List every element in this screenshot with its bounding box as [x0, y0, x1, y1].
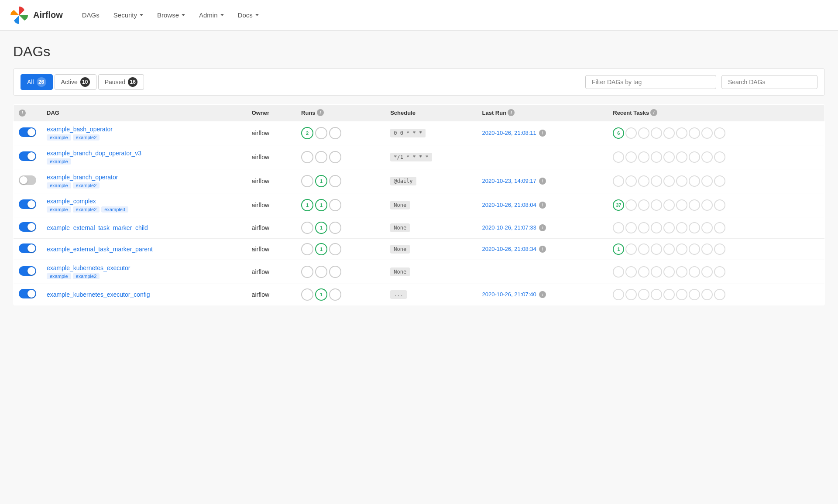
dag-link-example_branch_dop_operator_v3[interactable]: example_branch_dop_operator_v3 [47, 150, 241, 157]
task-circle-example_external_task_marker_child-8[interactable] [714, 222, 725, 233]
dag-tag-example[interactable]: example [47, 182, 71, 189]
task-circle-example_external_task_marker_parent-7[interactable] [701, 243, 713, 255]
run-circle-example_complex-1[interactable]: 1 [315, 199, 327, 211]
dag-tag-example2[interactable]: example2 [73, 182, 100, 189]
dag-toggle-example_external_task_marker_parent[interactable] [19, 243, 36, 253]
task-circle-example_complex-5[interactable] [676, 199, 687, 211]
task-circle-example_external_task_marker_child-2[interactable] [638, 222, 649, 233]
task-circle-example_external_task_marker_child-7[interactable] [701, 222, 713, 233]
task-circle-example_branch_dop_operator_v3-3[interactable] [651, 151, 662, 163]
dag-tag-example[interactable]: example [47, 134, 71, 141]
task-circle-example_kubernetes_executor-0[interactable] [613, 266, 624, 278]
nav-link-admin[interactable]: Admin [193, 8, 230, 22]
task-circle-example_external_task_marker_parent-3[interactable] [651, 243, 662, 255]
lastrun-info-icon-example_branch_operator[interactable]: i [539, 178, 546, 185]
task-circle-example_external_task_marker_child-3[interactable] [651, 222, 662, 233]
nav-link-dags[interactable]: DAGs [76, 8, 106, 22]
search-input[interactable] [721, 75, 817, 89]
task-circle-example_kubernetes_executor_config-7[interactable] [701, 289, 713, 300]
run-circle-example_kubernetes_executor-0[interactable] [301, 266, 313, 278]
filter-tab-all[interactable]: All 26 [21, 74, 53, 90]
task-circle-example_bash_operator-7[interactable] [701, 127, 713, 139]
task-circle-example_branch_operator-6[interactable] [689, 175, 700, 187]
recenttasks-info-icon[interactable]: i [650, 109, 657, 116]
task-circle-example_complex-7[interactable] [701, 199, 713, 211]
task-circle-example_branch_dop_operator_v3-5[interactable] [676, 151, 687, 163]
nav-link-security[interactable]: Security [107, 8, 149, 22]
task-circle-example_kubernetes_executor-5[interactable] [676, 266, 687, 278]
tag-filter-input[interactable] [585, 75, 716, 89]
task-circle-example_branch_operator-7[interactable] [701, 175, 713, 187]
task-circle-example_bash_operator-1[interactable] [625, 127, 637, 139]
task-circle-example_external_task_marker_child-1[interactable] [625, 222, 637, 233]
nav-link-docs[interactable]: Docs [232, 8, 265, 22]
task-circle-example_external_task_marker_child-5[interactable] [676, 222, 687, 233]
lastrun-text-example_complex[interactable]: 2020-10-26, 21:08:04 [482, 202, 536, 208]
run-circle-example_kubernetes_executor-1[interactable] [315, 266, 327, 278]
task-circle-example_kubernetes_executor-8[interactable] [714, 266, 725, 278]
run-circle-example_branch_dop_operator_v3-0[interactable] [301, 151, 313, 163]
task-circle-example_branch_dop_operator_v3-2[interactable] [638, 151, 649, 163]
dag-toggle-example_complex[interactable] [19, 199, 36, 209]
run-circle-example_kubernetes_executor_config-0[interactable] [301, 288, 313, 301]
task-circle-example_external_task_marker_child-6[interactable] [689, 222, 700, 233]
run-circle-example_branch_operator-0[interactable] [301, 175, 313, 187]
dag-toggle-example_external_task_marker_child[interactable] [19, 222, 36, 232]
dag-toggle-example_branch_dop_operator_v3[interactable] [19, 151, 36, 161]
lastrun-info-icon-example_external_task_marker_parent[interactable]: i [539, 246, 546, 253]
filter-tab-active[interactable]: Active 10 [55, 74, 96, 90]
run-circle-example_bash_operator-2[interactable] [329, 127, 341, 139]
run-circle-example_branch_dop_operator_v3-2[interactable] [329, 151, 341, 163]
task-circle-example_external_task_marker_parent-5[interactable] [676, 243, 687, 255]
task-circle-example_bash_operator-8[interactable] [714, 127, 725, 139]
task-circle-example_branch_operator-2[interactable] [638, 175, 649, 187]
task-circle-example_kubernetes_executor_config-3[interactable] [651, 289, 662, 300]
task-circle-example_complex-0[interactable]: 37 [613, 199, 624, 211]
lastrun-text-example_bash_operator[interactable]: 2020-10-26, 21:08:11 [482, 130, 536, 136]
task-circle-example_kubernetes_executor-1[interactable] [625, 266, 637, 278]
dag-tag-example2[interactable]: example2 [73, 206, 100, 213]
dag-tag-example[interactable]: example [47, 158, 71, 165]
task-circle-example_kubernetes_executor-3[interactable] [651, 266, 662, 278]
task-circle-example_kubernetes_executor-2[interactable] [638, 266, 649, 278]
dag-tag-example[interactable]: example [47, 273, 71, 279]
task-circle-example_branch_dop_operator_v3-8[interactable] [714, 151, 725, 163]
dag-toggle-example_kubernetes_executor_config[interactable] [19, 289, 36, 298]
task-circle-example_branch_dop_operator_v3-6[interactable] [689, 151, 700, 163]
dag-toggle-example_kubernetes_executor[interactable] [19, 266, 36, 276]
run-circle-example_branch_operator-2[interactable] [329, 175, 341, 187]
nav-link-browse[interactable]: Browse [151, 8, 191, 22]
task-circle-example_kubernetes_executor-4[interactable] [663, 266, 675, 278]
dag-tag-example[interactable]: example [47, 206, 71, 213]
task-circle-example_kubernetes_executor-7[interactable] [701, 266, 713, 278]
run-circle-example_branch_dop_operator_v3-1[interactable] [315, 151, 327, 163]
task-circle-example_external_task_marker_parent-0[interactable]: 1 [613, 243, 624, 255]
run-circle-example_kubernetes_executor_config-1[interactable]: 1 [315, 288, 327, 301]
task-circle-example_complex-6[interactable] [689, 199, 700, 211]
task-circle-example_complex-8[interactable] [714, 199, 725, 211]
task-circle-example_complex-2[interactable] [638, 199, 649, 211]
run-circle-example_external_task_marker_child-1[interactable]: 1 [315, 222, 327, 234]
task-circle-example_external_task_marker_parent-6[interactable] [689, 243, 700, 255]
task-circle-example_bash_operator-5[interactable] [676, 127, 687, 139]
task-circle-example_branch_operator-5[interactable] [676, 175, 687, 187]
lastrun-info-icon-example_complex[interactable]: i [539, 202, 546, 209]
task-circle-example_branch_dop_operator_v3-1[interactable] [625, 151, 637, 163]
dag-tag-example2[interactable]: example2 [73, 134, 100, 141]
run-circle-example_external_task_marker_parent-1[interactable]: 1 [315, 243, 327, 255]
run-circle-example_bash_operator-1[interactable] [315, 127, 327, 139]
task-circle-example_kubernetes_executor_config-1[interactable] [625, 289, 637, 300]
dag-toggle-example_bash_operator[interactable] [19, 127, 36, 137]
filter-tab-paused[interactable]: Paused 16 [98, 74, 144, 90]
dag-link-example_complex[interactable]: example_complex [47, 198, 241, 205]
run-circle-example_bash_operator-0[interactable]: 2 [301, 127, 313, 139]
task-circle-example_external_task_marker_child-0[interactable] [613, 222, 624, 233]
task-circle-example_branch_operator-0[interactable] [613, 175, 624, 187]
brand-link[interactable]: Airflow [9, 5, 63, 26]
lastrun-text-example_external_task_marker_parent[interactable]: 2020-10-26, 21:08:34 [482, 246, 536, 252]
run-circle-example_kubernetes_executor_config-2[interactable] [329, 288, 341, 301]
task-circle-example_branch_dop_operator_v3-0[interactable] [613, 151, 624, 163]
run-circle-example_complex-2[interactable] [329, 199, 341, 211]
task-circle-example_branch_operator-4[interactable] [663, 175, 675, 187]
task-circle-example_external_task_marker_child-4[interactable] [663, 222, 675, 233]
